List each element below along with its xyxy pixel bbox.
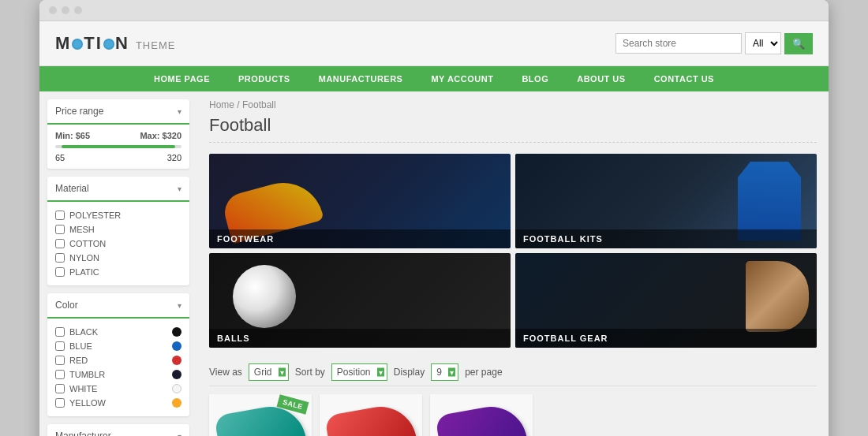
shoe-shape-purple — [435, 401, 528, 436]
color-tumblr-label: TUMBLR — [69, 370, 105, 379]
price-max: Max: $320 — [140, 131, 181, 140]
material-cotton-label: COTTON — [69, 239, 106, 248]
color-tumblr-dot — [172, 370, 181, 379]
category-tile-footwear-label: FOOTWEAR — [209, 229, 511, 248]
price-slider-track[interactable] — [55, 145, 181, 148]
site-header: MTIN THEME All 🔍 — [39, 21, 829, 66]
color-red: RED — [55, 353, 181, 367]
view-controls: View as Grid Sort by Position Display 9 — [209, 359, 817, 386]
display-select[interactable]: 9 — [431, 363, 458, 381]
material-platic-label: PLATIC — [69, 267, 99, 277]
price-min: Min: $65 — [55, 131, 90, 140]
material-mesh-label: MESH — [69, 225, 95, 234]
material-platic-checkbox[interactable] — [55, 267, 65, 277]
nav-item-products[interactable]: PRODUCTS — [224, 66, 305, 91]
product-card-2[interactable] — [320, 394, 422, 436]
color-white-label: WHITE — [69, 384, 97, 393]
nav-item-account[interactable]: MY ACCOUNT — [417, 66, 507, 91]
logo-o2-icon — [103, 39, 114, 50]
color-tumblr-checkbox[interactable] — [55, 370, 65, 379]
category-tile-balls[interactable]: BALLS — [209, 253, 511, 348]
browser-window: MTIN THEME All 🔍 HOME PAGE PRODUCTS MANU… — [39, 0, 829, 436]
color-white: WHITE — [55, 382, 181, 396]
color-white-checkbox[interactable] — [55, 384, 65, 393]
products-row: SALE — [209, 394, 817, 436]
category-tile-footwear[interactable]: FOOTWEAR — [209, 154, 511, 248]
view-mode-wrapper: Grid — [249, 363, 289, 381]
shoe-shape-red — [324, 401, 417, 436]
page-title: Football — [209, 115, 817, 143]
material-filter: Material ▾ POLYESTER MESH COTTON — [47, 177, 189, 285]
color-black-dot — [172, 327, 181, 337]
color-red-dot — [172, 356, 181, 365]
manufacturer-filter: Manufacturer ▾ — [47, 424, 189, 436]
material-cotton: COTTON — [55, 237, 181, 251]
search-category-select[interactable]: All — [745, 32, 781, 54]
category-tile-football-gear[interactable]: FOOTBALL GEAR — [515, 253, 817, 348]
color-filter: Color ▾ BLACK BLUE — [47, 293, 189, 416]
material-mesh-checkbox[interactable] — [55, 225, 65, 234]
color-red-checkbox[interactable] — [55, 356, 65, 365]
breadcrumb: Home / Football — [209, 99, 817, 110]
color-blue-label: BLUE — [69, 341, 92, 351]
material-title: Material — [55, 183, 89, 194]
per-page-label: per page — [465, 367, 502, 378]
logo-theme: THEME — [136, 39, 176, 51]
color-yellow-checkbox[interactable] — [55, 398, 65, 408]
material-platic: PLATIC — [55, 265, 181, 279]
color-tumblr: TUMBLR — [55, 367, 181, 382]
material-nylon-checkbox[interactable] — [55, 253, 65, 263]
main-content: Price range ▾ Min: $65 Max: $320 65 320 — [39, 91, 829, 436]
material-cotton-checkbox[interactable] — [55, 239, 65, 248]
price-range-title: Price range — [55, 106, 103, 117]
nav-item-about[interactable]: ABOUT US — [563, 66, 639, 91]
sort-by-select[interactable]: Position — [331, 363, 387, 381]
price-range-header[interactable]: Price range ▾ — [47, 99, 189, 125]
manufacturer-header[interactable]: Manufacturer ▾ — [47, 424, 189, 436]
color-blue-checkbox[interactable] — [55, 341, 65, 351]
category-tile-football-gear-label: FOOTBALL GEAR — [515, 329, 817, 348]
sort-by-label: Sort by — [295, 367, 325, 378]
browser-dot-red — [49, 6, 57, 14]
product-card-3[interactable] — [430, 394, 533, 436]
nav-item-contact[interactable]: CONTACT US — [640, 66, 728, 91]
material-polyester-checkbox[interactable] — [55, 211, 65, 220]
search-input[interactable] — [615, 33, 742, 54]
display-wrapper: 9 — [431, 363, 458, 381]
search-button[interactable]: 🔍 — [784, 33, 813, 54]
material-polyester: POLYESTER — [55, 208, 181, 222]
color-yellow-dot — [172, 398, 181, 408]
browser-dot-green — [74, 6, 82, 14]
color-black-checkbox[interactable] — [55, 327, 65, 337]
nav-item-blog[interactable]: BLOG — [507, 66, 563, 91]
price-range-body: Min: $65 Max: $320 65 320 — [47, 125, 189, 169]
logo-o-icon — [72, 39, 83, 50]
color-black: BLACK — [55, 325, 181, 339]
chevron-down-icon: ▾ — [178, 301, 181, 310]
color-yellow: YELLOW — [55, 396, 181, 410]
slider-max-num: 320 — [167, 153, 181, 162]
color-black-label: BLACK — [69, 327, 98, 337]
view-mode-select[interactable]: Grid — [249, 363, 289, 381]
color-title: Color — [55, 300, 78, 311]
material-mesh: MESH — [55, 222, 181, 237]
color-body: BLACK BLUE RED TUMBL — [47, 319, 189, 416]
display-label: Display — [394, 367, 425, 378]
nav-item-home[interactable]: HOME PAGE — [140, 66, 224, 91]
sidebar: Price range ▾ Min: $65 Max: $320 65 320 — [39, 91, 197, 436]
nav-item-manufacturers[interactable]: MANUFACTURERS — [305, 66, 417, 91]
color-blue: BLUE — [55, 339, 181, 353]
category-tile-football-kits[interactable]: FOOTBALL KITS — [515, 154, 817, 248]
browser-titlebar — [39, 0, 829, 21]
chevron-down-icon: ▾ — [178, 184, 181, 193]
manufacturer-title: Manufacturer — [55, 430, 111, 436]
color-yellow-label: YELLOW — [69, 398, 106, 408]
color-header[interactable]: Color ▾ — [47, 293, 189, 319]
material-header[interactable]: Material ▾ — [47, 177, 189, 202]
category-tile-football-kits-label: FOOTBALL KITS — [515, 229, 817, 248]
material-polyester-label: POLYESTER — [69, 211, 121, 220]
content-area: Home / Football Football FOOTWEAR FOOTBA… — [197, 91, 829, 436]
search-bar: All 🔍 — [615, 32, 813, 54]
product-card-1[interactable]: SALE — [209, 394, 312, 436]
category-grid: FOOTWEAR FOOTBALL KITS BALLS FOOTBALL GE… — [209, 154, 817, 348]
